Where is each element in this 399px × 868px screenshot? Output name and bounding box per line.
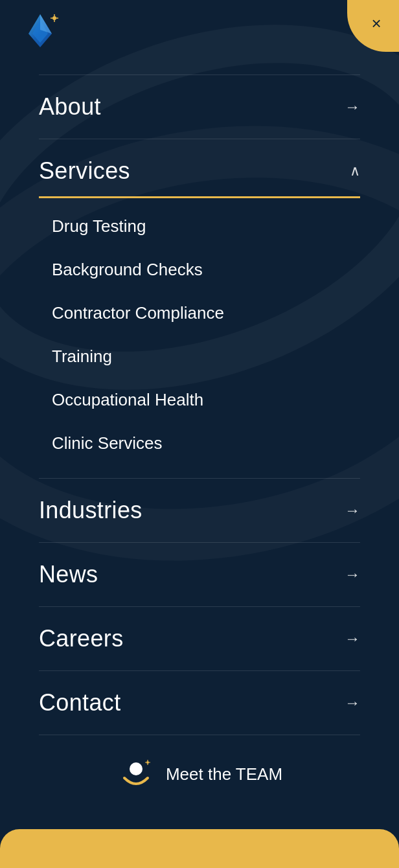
- nav-item-about[interactable]: About →: [39, 74, 360, 139]
- meet-team-label: Meet the TEAM: [166, 764, 282, 784]
- services-header[interactable]: Services ∧: [39, 139, 360, 196]
- arrow-icon-industries: →: [345, 501, 360, 520]
- arrow-icon-contact: →: [345, 694, 360, 712]
- svg-point-0: [52, 16, 56, 20]
- arrow-icon-news: →: [345, 565, 360, 584]
- nav-item-news[interactable]: News →: [39, 543, 360, 607]
- sub-item-occupational-health[interactable]: Occupational Health: [52, 378, 360, 422]
- svg-point-6: [146, 761, 149, 764]
- sub-item-clinic-services[interactable]: Clinic Services: [52, 422, 360, 465]
- sub-item-contractor-compliance[interactable]: Contractor Compliance: [52, 291, 360, 335]
- nav-item-contact[interactable]: Contact →: [39, 671, 360, 735]
- bottom-bar: [0, 829, 399, 868]
- nav-label-careers: Careers: [39, 625, 124, 652]
- sub-item-drug-testing[interactable]: Drug Testing: [52, 205, 360, 248]
- logo[interactable]: [18, 12, 62, 58]
- nav-label-news: News: [39, 561, 98, 588]
- meet-team-section[interactable]: Meet the TEAM: [39, 735, 360, 806]
- nav-label-services: Services: [39, 157, 130, 185]
- svg-point-5: [130, 762, 142, 775]
- sub-item-training[interactable]: Training: [52, 335, 360, 378]
- nav-item-industries[interactable]: Industries →: [39, 479, 360, 543]
- nav-label-contact: Contact: [39, 689, 121, 716]
- close-icon: ×: [371, 15, 381, 32]
- chevron-up-icon: ∧: [350, 163, 360, 179]
- services-sub-list: Drug Testing Background Checks Contracto…: [39, 198, 360, 478]
- nav-label-about: About: [39, 93, 101, 120]
- sub-item-background-checks[interactable]: Background Checks: [52, 248, 360, 291]
- meet-team-logo-icon: [117, 755, 155, 794]
- nav-label-industries: Industries: [39, 497, 142, 524]
- nav-item-services: Services ∧ Drug Testing Background Check…: [39, 139, 360, 479]
- nav-item-careers[interactable]: Careers →: [39, 607, 360, 671]
- arrow-icon-about: →: [345, 98, 360, 116]
- arrow-icon-careers: →: [345, 630, 360, 648]
